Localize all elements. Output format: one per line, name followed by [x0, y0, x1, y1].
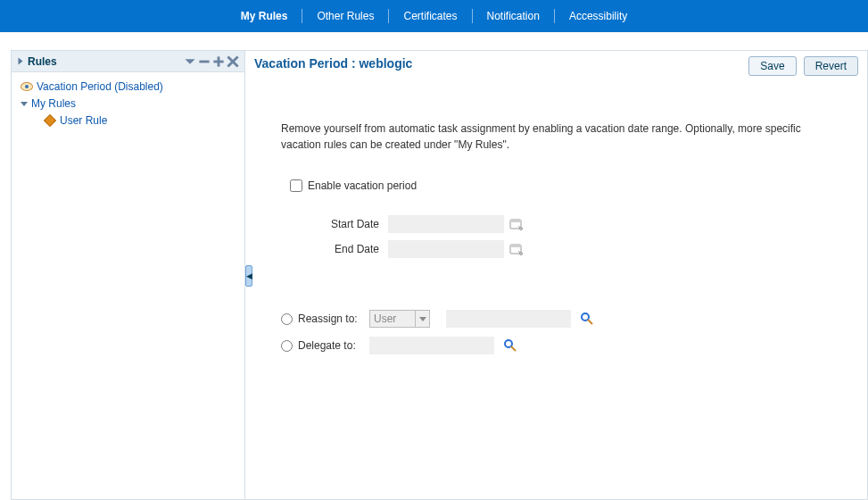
tree-item-my-rules[interactable]: My Rules [15, 96, 241, 112]
nav-notification[interactable]: Notification [473, 10, 554, 22]
tree-item-vacation-period[interactable]: Vacation Period (Disabled) [15, 79, 241, 95]
nav-certificates[interactable]: Certificates [389, 10, 471, 22]
add-icon[interactable] [212, 55, 225, 68]
svg-rect-7 [510, 245, 521, 247]
reassign-label: Reassign to: [298, 312, 369, 325]
select-value: User [374, 312, 396, 325]
eye-icon [21, 82, 33, 91]
tree-label: My Rules [31, 97, 76, 110]
start-date-label: Start Date [290, 218, 388, 230]
panel-splitter[interactable]: ◀ [245, 265, 252, 287]
rules-panel-header: Rules [12, 51, 244, 72]
tree-item-user-rule[interactable]: User Rule [15, 112, 241, 129]
enable-vacation-label: Enable vacation period [308, 179, 417, 192]
tree-label: Vacation Period (Disabled) [37, 80, 163, 93]
dropdown-icon[interactable] [184, 55, 196, 68]
end-date-label: End Date [290, 243, 388, 255]
content-panel: Vacation Period : weblogic Save Revert R… [245, 51, 867, 499]
search-icon[interactable] [503, 338, 517, 353]
expand-icon[interactable] [21, 102, 28, 106]
tree-label: User Rule [60, 114, 107, 127]
chevron-down-icon [415, 311, 429, 327]
reassign-radio[interactable] [281, 313, 293, 325]
svg-point-10 [505, 340, 512, 347]
user-type-select[interactable]: User [369, 310, 430, 328]
svg-rect-0 [199, 60, 209, 62]
search-icon[interactable] [580, 312, 594, 326]
rules-side-panel: Rules [12, 51, 245, 499]
delete-icon[interactable] [227, 55, 239, 68]
minimize-icon[interactable] [198, 55, 211, 68]
svg-rect-4 [510, 220, 521, 222]
enable-vacation-checkbox[interactable] [290, 179, 302, 192]
page-title: Vacation Period : weblogic [254, 56, 748, 71]
end-date-input[interactable] [388, 240, 504, 258]
svg-point-9 [582, 313, 589, 321]
save-button[interactable]: Save [748, 56, 796, 76]
rules-panel-title: Rules [28, 55, 57, 68]
nav-other-rules[interactable]: Other Rules [302, 10, 388, 22]
reassign-input[interactable] [446, 310, 571, 328]
svg-point-5 [520, 228, 523, 230]
delegate-label: Delegate to: [298, 339, 369, 352]
collapse-icon[interactable] [19, 58, 23, 65]
start-date-input[interactable] [388, 215, 504, 233]
calendar-icon[interactable] [509, 242, 524, 256]
rules-tree: Vacation Period (Disabled) My Rules User… [12, 72, 244, 135]
revert-button[interactable]: Revert [804, 56, 858, 76]
calendar-icon[interactable] [509, 217, 524, 231]
nav-my-rules[interactable]: My Rules [227, 10, 302, 22]
delegate-radio[interactable] [281, 340, 293, 352]
nav-accessibility[interactable]: Accessibility [555, 10, 641, 22]
svg-rect-2 [213, 60, 223, 62]
description-text: Remove yourself from automatic task assi… [245, 76, 867, 153]
rule-icon [44, 114, 56, 127]
delegate-input[interactable] [369, 337, 494, 354]
svg-point-8 [520, 253, 523, 255]
top-navbar: My Rules Other Rules Certificates Notifi… [0, 0, 868, 32]
